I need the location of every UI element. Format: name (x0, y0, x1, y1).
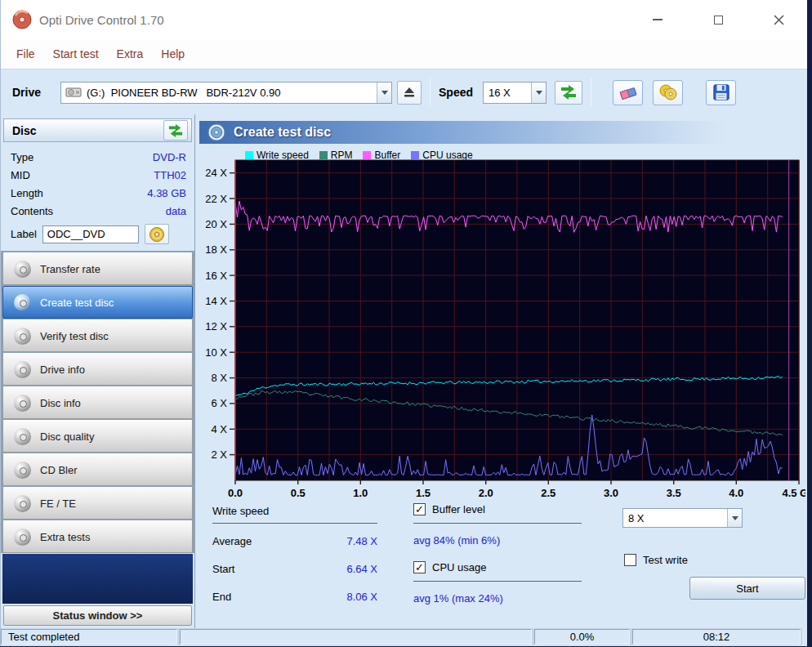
write-test-chart: 2 X4 X6 X8 X10 X12 X14 X16 X18 X20 X22 X… (199, 152, 805, 511)
svg-text:22 X: 22 X (205, 193, 227, 205)
svg-text:0.0: 0.0 (228, 487, 243, 499)
buffer-level-checkbox[interactable]: ✓ (413, 503, 426, 515)
sidebar-item-extra-tests[interactable]: Extra tests (2, 520, 193, 553)
cpu-usage-checkbox[interactable]: ✓ (413, 561, 426, 573)
sidebar-item-disc-quality[interactable]: Disc quality (2, 420, 193, 453)
test-write-label: Test write (643, 554, 688, 566)
svg-text:2.0: 2.0 (479, 487, 493, 499)
start-button[interactable]: Start (689, 577, 805, 600)
progress-percent: 0.0% (534, 629, 630, 645)
gold-disc-icon (149, 226, 165, 243)
label-field-caption: Label (11, 228, 37, 240)
refresh-disc-button[interactable] (163, 120, 188, 141)
titlebar: Opti Drive Control 1.70 (1, 0, 807, 39)
close-icon (774, 15, 784, 25)
write-speed-row-average: Average7.48 X (212, 535, 377, 551)
svg-text:2 X: 2 X (211, 448, 227, 461)
sidebar-item-label: FE / TE (40, 498, 76, 510)
write-speed-select-arrow[interactable] (727, 509, 742, 527)
drive-select-arrow[interactable] (377, 83, 391, 103)
eject-button[interactable] (397, 81, 422, 105)
sidebar-item-label: Disc info (40, 397, 81, 409)
write-speed-select[interactable]: 8 X (622, 508, 743, 528)
status-window-button[interactable]: Status window >> (3, 605, 192, 626)
test-write-row: Test write (624, 552, 688, 567)
sidebar-item-transfer-rate[interactable]: Transfer rate (2, 252, 193, 285)
menu-item-extra[interactable]: Extra (108, 42, 153, 65)
sidebar-item-drive-info[interactable]: Drive info (2, 353, 193, 386)
write-speed-row-end: End8.06 X (212, 591, 377, 607)
speed-select-arrow[interactable] (531, 83, 546, 103)
refresh-icon (168, 123, 183, 138)
field-label: Length (11, 187, 43, 199)
maximize-button[interactable] (709, 11, 727, 29)
menu-item-file[interactable]: File (7, 42, 44, 65)
sidebar-item-disc-info[interactable]: Disc info (2, 386, 193, 419)
transfer-rate-icon (14, 261, 31, 278)
toolbar-separator (591, 78, 591, 106)
label-row: Label (1, 220, 194, 251)
eject-icon (403, 86, 416, 99)
create-test-disc-icon (14, 294, 31, 311)
sidebar-item-label: Drive info (40, 364, 85, 376)
drive-icon (65, 87, 82, 98)
svg-text:0.5: 0.5 (291, 487, 306, 499)
cpu-usage-label: CPU usage (432, 561, 486, 573)
sidebar-item-label: Disc quality (40, 431, 94, 443)
divider (413, 523, 582, 524)
field-label: Contents (11, 205, 53, 217)
drive-select[interactable]: (G:) PIONEER BD-RW BDR-212V 0.90 (60, 82, 392, 104)
divider (212, 523, 377, 524)
sidebar-item-verify-test-disc[interactable]: Verify test disc (2, 319, 193, 352)
cpu-stat: avg 1% (max 24%) (413, 592, 582, 607)
sidebar-item-label: Verify test disc (40, 330, 109, 342)
speed-select[interactable]: 16 X (483, 82, 547, 104)
menu-item-start-test[interactable]: Start test (44, 42, 108, 65)
elapsed-time: 08:12 (632, 629, 801, 645)
speed-select-value: 16 X (484, 87, 531, 99)
drive-select-value: (G:) PIONEER BD-RW BDR-212V 0.90 (82, 87, 377, 99)
erase-disc-button[interactable] (613, 80, 643, 105)
menu-bar: FileStart testExtraHelp (1, 39, 807, 69)
maximize-icon (714, 16, 723, 25)
stat-label: Start (212, 563, 234, 579)
stat-value: 8.06 X (346, 591, 377, 607)
menu-item-help[interactable]: Help (152, 42, 194, 65)
sidebar-item-fe-te[interactable]: FE / TE (2, 487, 193, 520)
sidebar-item-cd-bler[interactable]: CD Bler (2, 453, 193, 486)
fe-te-icon (14, 495, 31, 512)
svg-text:24 X: 24 X (205, 167, 227, 179)
svg-text:14 X: 14 X (205, 295, 227, 307)
close-button[interactable] (770, 11, 787, 29)
test-disc-icon (207, 123, 225, 141)
sidebar-item-create-test-disc[interactable]: Create test disc (2, 286, 193, 319)
svg-text:3.5: 3.5 (667, 487, 681, 499)
disc-label-input[interactable] (42, 225, 139, 243)
page-title: Create test disc (234, 125, 331, 140)
svg-text:2.5: 2.5 (541, 487, 555, 499)
write-label-button[interactable] (145, 224, 169, 244)
test-nav: Transfer rateCreate test discVerify test… (1, 251, 194, 553)
test-write-checkbox[interactable] (624, 554, 636, 566)
app-window: Opti Drive Control 1.70 FileStart testEx… (0, 0, 807, 646)
disc-sidebar: Disc TypeDVD-RMIDTTH02Length4.38 GBConte… (1, 114, 195, 628)
svg-text:8 X: 8 X (211, 372, 227, 384)
svg-text:4 X: 4 X (211, 423, 227, 435)
sidebar-item-label: Create test disc (40, 297, 114, 309)
eraser-icon (618, 83, 638, 101)
disc-panel-header: Disc (3, 118, 192, 142)
refresh-speeds-button[interactable] (555, 81, 582, 105)
svg-text:3.0: 3.0 (604, 487, 618, 499)
toolbar: Drive (G:) PIONEER BD-RW BDR-212V 0.90 S… (1, 70, 807, 114)
buffer-level-label: Buffer level (432, 503, 485, 515)
batch-test-button[interactable] (653, 80, 683, 105)
svg-text:6 X: 6 X (211, 397, 227, 409)
disc-quality-icon (14, 428, 31, 445)
write-speed-title: Write speed (212, 505, 377, 517)
save-button[interactable] (706, 80, 736, 105)
refresh-icon (560, 84, 577, 100)
cd-bler-icon (14, 462, 31, 479)
stat-value: 6.64 X (346, 563, 377, 579)
minimize-button[interactable] (649, 11, 667, 29)
svg-text:18 X: 18 X (205, 243, 227, 256)
